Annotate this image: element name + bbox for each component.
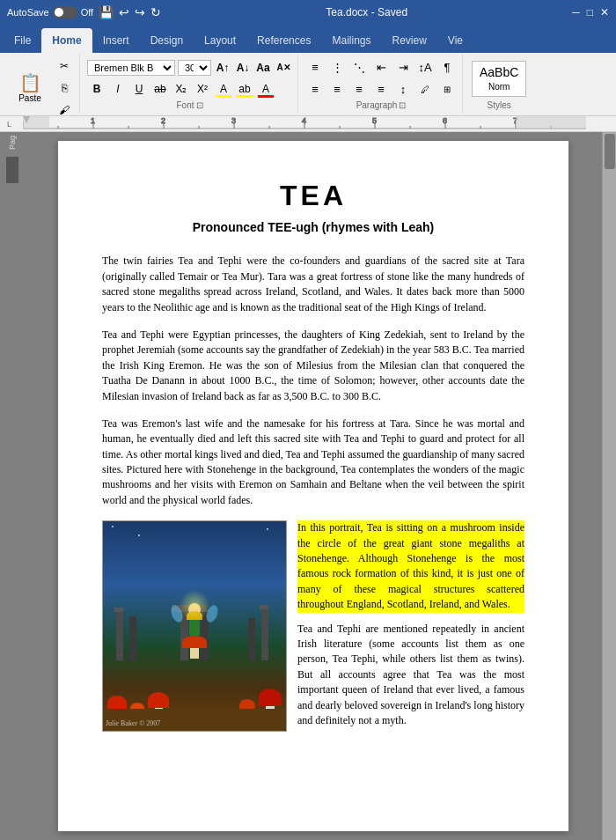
- decrease-indent-btn[interactable]: ⇤: [371, 58, 391, 77]
- justify-btn[interactable]: ≡: [371, 80, 391, 99]
- paste-label: Paste: [18, 93, 41, 103]
- paste-button[interactable]: 📋 Paste: [9, 71, 51, 106]
- tab-file[interactable]: File: [4, 28, 41, 53]
- stone-2: [129, 616, 136, 660]
- paragraph-4: Tea and Tephi are mentioned repeatedly i…: [297, 622, 524, 729]
- decrease-font-btn[interactable]: A↓: [234, 59, 252, 77]
- bullets-button[interactable]: ≡: [305, 58, 325, 77]
- underline-button[interactable]: U: [129, 79, 149, 99]
- highlighted-column: In this portrait, Tea is sitting on a mu…: [297, 520, 524, 732]
- svg-text:4: 4: [302, 116, 306, 125]
- strikethrough-button[interactable]: ab: [150, 79, 170, 99]
- ribbon-toolbar: 📋 Paste ✂ ⎘ 🖌 Clipboard ⊡ Bremen Blk B: [0, 53, 616, 116]
- paragraph-group: ≡ ⋮ ⋱ ⇤ ⇥ ↕A ¶ ≡ ≡ ≡ ≡ ↕ 🖊 ⊞: [300, 55, 463, 114]
- font-case-btn[interactable]: Aa: [254, 59, 272, 77]
- title-bar-left: AutoSave Off 💾 ↩ ↪ ↻: [7, 5, 161, 19]
- document-main-title: TEA: [102, 176, 524, 216]
- sidebar-left: Pag: [0, 132, 25, 840]
- increase-indent-btn[interactable]: ⇥: [393, 58, 413, 77]
- font-family-select[interactable]: Bremen Blk B: [87, 60, 175, 76]
- paragraph-3: Tea was Eremon's last wife and the names…: [102, 416, 524, 508]
- ruler-svg: 1 2 3 4 5 6 7: [23, 116, 586, 132]
- line-spacing-btn[interactable]: ↕: [393, 80, 413, 99]
- shading-btn[interactable]: 🖊: [415, 80, 435, 99]
- minimize-btn[interactable]: ─: [572, 6, 580, 18]
- tab-review[interactable]: Review: [381, 28, 436, 53]
- sidebar-indicator: [6, 157, 18, 183]
- refresh-icon[interactable]: ↻: [150, 5, 161, 19]
- fairy-image: Julie Baker © 2007: [102, 520, 287, 732]
- subscript-button[interactable]: X₂: [172, 79, 191, 99]
- align-left-btn[interactable]: ≡: [305, 80, 325, 99]
- document-subtitle: Pronounced TEE-ugh (rhymes with Leah): [102, 219, 524, 237]
- undo-icon[interactable]: ↩: [119, 5, 129, 19]
- borders-btn[interactable]: ⊞: [437, 80, 457, 99]
- paragraph-1: The twin fairies Tea and Tephi were the …: [102, 254, 524, 315]
- autosave-status: Off: [81, 7, 93, 18]
- text-color-btn[interactable]: A: [256, 79, 275, 99]
- maximize-btn[interactable]: □: [587, 6, 593, 18]
- close-btn[interactable]: ✕: [600, 6, 609, 18]
- svg-text:1: 1: [91, 116, 95, 125]
- scrollbar-thumb[interactable]: [605, 134, 615, 169]
- multilevel-button[interactable]: ⋱: [349, 58, 369, 77]
- scrollbar[interactable]: [602, 132, 616, 840]
- ribbon-tabs: File Home Insert Design Layout Reference…: [0, 25, 616, 53]
- font-expand-icon[interactable]: ⊡: [196, 100, 203, 110]
- svg-rect-25: [23, 116, 49, 129]
- document-page: TEA Pronounced TEE-ugh (rhymes with Leah…: [58, 141, 568, 831]
- document-area: Pag TEA Pronounced TEE-ugh (rhymes with …: [0, 132, 616, 840]
- clear-format-btn[interactable]: A✕: [275, 59, 292, 77]
- fairy-on-mushroom: [182, 603, 207, 659]
- font-color-btn[interactable]: A: [214, 79, 233, 99]
- copy-button[interactable]: ⎘: [55, 78, 74, 98]
- svg-text:5: 5: [372, 116, 377, 125]
- highlighted-paragraph: In this portrait, Tea is sitting on a mu…: [297, 520, 524, 612]
- numbering-button[interactable]: ⋮: [327, 58, 347, 77]
- normal-style[interactable]: AaBbC Norm: [472, 61, 526, 97]
- superscript-button[interactable]: X²: [193, 79, 212, 99]
- tab-mailings[interactable]: Mailings: [321, 28, 381, 53]
- tab-home[interactable]: Home: [41, 28, 92, 53]
- svg-text:2: 2: [161, 116, 165, 125]
- svg-text:6: 6: [443, 116, 447, 125]
- paste-icon: 📋: [19, 74, 41, 92]
- tab-design[interactable]: Design: [140, 28, 194, 53]
- clipboard-group: 📋 Paste ✂ ⎘ 🖌 Clipboard ⊡: [4, 55, 80, 114]
- tab-references[interactable]: References: [246, 28, 321, 53]
- tab-view[interactable]: Vie: [437, 28, 473, 53]
- paragraph-2: Tea and Tephi were Egyptian princesses, …: [102, 328, 524, 404]
- document-title: Tea.docx - Saved: [161, 6, 572, 18]
- page-container[interactable]: TEA Pronounced TEE-ugh (rhymes with Leah…: [25, 132, 602, 840]
- bold-button[interactable]: B: [87, 79, 106, 99]
- increase-font-btn[interactable]: A↑: [214, 59, 231, 77]
- svg-rect-26: [516, 116, 586, 129]
- paragraph-expand-icon[interactable]: ⊡: [399, 100, 406, 110]
- tab-insert[interactable]: Insert: [92, 28, 140, 53]
- styles-group: AaBbC Norm Styles: [465, 55, 533, 114]
- image-credit: Julie Baker © 2007: [106, 718, 160, 728]
- title-bar: AutoSave Off 💾 ↩ ↪ ↻ Tea.docx - Saved ─ …: [0, 0, 616, 25]
- cut-button[interactable]: ✂: [55, 56, 74, 76]
- content-columns: Julie Baker © 2007 In this portrait, Tea…: [102, 520, 524, 732]
- stone-3: [261, 609, 268, 660]
- autosave-label: AutoSave: [7, 7, 49, 18]
- tab-layout[interactable]: Layout: [194, 28, 246, 53]
- sort-button[interactable]: ↕A: [415, 58, 435, 77]
- autosave-area: AutoSave Off: [7, 6, 93, 18]
- ruler: L 1 2 3 4 5 6 7: [0, 116, 616, 132]
- italic-button[interactable]: I: [108, 79, 128, 99]
- stone-1: [116, 612, 123, 660]
- align-right-btn[interactable]: ≡: [349, 80, 369, 99]
- align-center-btn[interactable]: ≡: [327, 80, 347, 99]
- font-group: Bremen Blk B 30 A↑ A↓ Aa A✕ B I U ab X₂: [82, 55, 298, 114]
- autosave-toggle[interactable]: [53, 6, 77, 18]
- font-size-select[interactable]: 30: [178, 60, 211, 76]
- save-icon[interactable]: 💾: [99, 5, 114, 19]
- highlight-btn[interactable]: ab: [235, 79, 254, 99]
- show-marks-btn[interactable]: ¶: [437, 58, 457, 77]
- svg-text:3: 3: [231, 116, 236, 125]
- stone-4: [248, 618, 255, 660]
- redo-icon[interactable]: ↪: [135, 5, 145, 19]
- window-controls: ─ □ ✕: [572, 6, 609, 18]
